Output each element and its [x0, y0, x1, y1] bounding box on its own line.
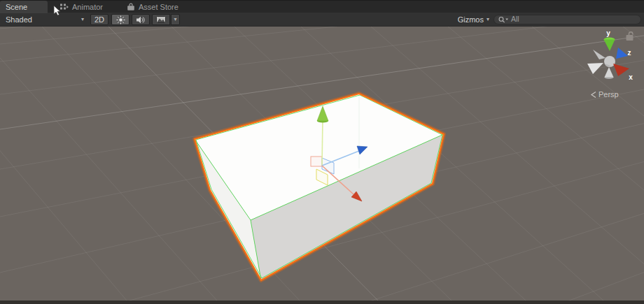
chevron-down-icon: ▾	[486, 17, 489, 22]
effects-button[interactable]	[152, 14, 170, 25]
shading-mode-label: Shaded	[6, 15, 32, 24]
sun-icon	[116, 15, 125, 24]
orientation-gizmo[interactable]: y z x	[587, 29, 633, 81]
mouse-cursor	[53, 6, 62, 17]
audio-toggle-button[interactable]	[132, 14, 150, 25]
bottom-panel-edge	[0, 301, 644, 304]
persp-chevron-icon	[592, 92, 596, 98]
x-axis-cone[interactable]	[613, 64, 629, 76]
image-icon	[156, 16, 166, 23]
persp-label[interactable]: Persp	[598, 90, 619, 99]
shopping-bag-icon	[127, 3, 135, 11]
axis-label-x[interactable]: x	[629, 73, 633, 81]
scene-lighting-button[interactable]	[111, 14, 130, 25]
search-filter-chevron-icon	[505, 18, 508, 20]
tab-bar: Scene Animator Asset Store	[0, 0, 644, 13]
neg-x-cone[interactable]	[593, 50, 606, 59]
scene-toolbar: Shaded ▾ 2D	[0, 13, 644, 27]
tab-asset-store[interactable]: Asset Store	[127, 1, 178, 13]
tab-scene[interactable]: Scene	[0, 1, 48, 13]
magnifier-icon	[498, 16, 509, 23]
axis-label-y[interactable]: y	[606, 29, 610, 37]
unity-scene-view-panel: Scene Animator Asset Store	[0, 0, 644, 304]
search-value: All	[511, 15, 519, 23]
neg-y-cone[interactable]	[605, 67, 614, 78]
gizmos-label: Gizmos	[458, 15, 484, 24]
plane-handle-xy[interactable]	[311, 157, 322, 166]
projection-toggle[interactable]: Persp	[592, 90, 619, 99]
chevron-down-icon: ▾	[174, 17, 176, 22]
scene-canvas[interactable]: y z x Persp	[0, 27, 644, 301]
scene-search-field[interactable]: All	[493, 15, 641, 24]
y-axis-cone[interactable]	[604, 40, 615, 52]
chevron-down-icon: ▾	[81, 17, 84, 22]
effects-dropdown-button[interactable]: ▾	[171, 14, 180, 25]
tab-scene-label: Scene	[6, 3, 27, 11]
tab-asset-store-label: Asset Store	[139, 3, 178, 11]
gizmo-hub[interactable]	[604, 56, 615, 67]
axis-label-z[interactable]: z	[628, 49, 631, 57]
z-axis-cone[interactable]	[616, 48, 628, 59]
gizmos-dropdown[interactable]: Gizmos ▾	[454, 14, 493, 25]
shading-mode-dropdown[interactable]: Shaded ▾	[0, 14, 88, 25]
tab-animator[interactable]: Animator	[60, 1, 103, 13]
tab-animator-label: Animator	[72, 3, 103, 11]
y-axis-shaft[interactable]	[322, 118, 323, 166]
toggle-2d-button[interactable]: 2D	[90, 14, 108, 25]
scene-viewport[interactable]: y z x Persp	[0, 27, 644, 301]
speaker-icon	[136, 16, 145, 24]
